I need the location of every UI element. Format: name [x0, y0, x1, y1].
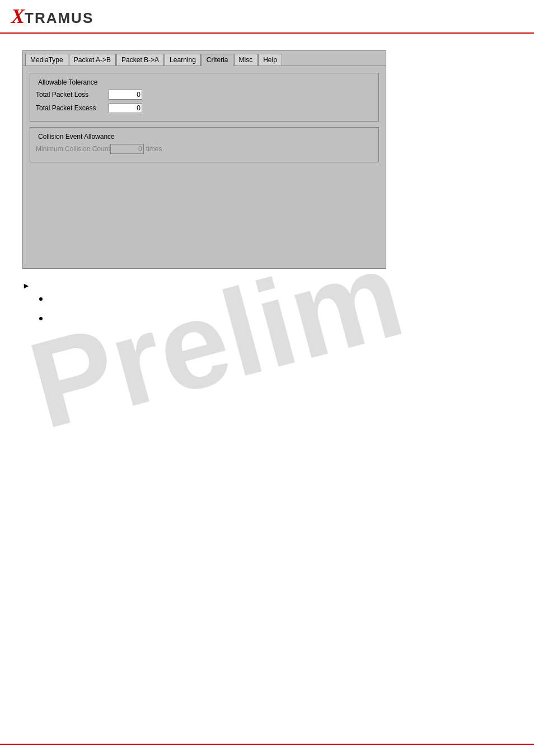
panel-content: Allowable Tolerance Total Packet Loss To…	[23, 66, 386, 175]
tab-learning[interactable]: Learning	[165, 54, 201, 66]
header: X TRAMUS	[0, 0, 534, 34]
bullet-item-1	[39, 295, 512, 301]
bullet-points	[39, 295, 512, 320]
total-packet-excess-input[interactable]	[109, 103, 142, 113]
total-packet-excess-label: Total Packet Excess	[36, 104, 109, 112]
logo: X TRAMUS	[11, 4, 93, 28]
tab-help[interactable]: Help	[258, 54, 282, 66]
footer	[0, 744, 534, 745]
arrow-symbol: ►	[22, 281, 30, 290]
bullet-item-2	[39, 314, 512, 320]
note-arrow: ►	[22, 280, 512, 290]
tab-bar: MediaType Packet A->B Packet B->A Learni…	[23, 51, 386, 66]
allowable-tolerance-group: Allowable Tolerance Total Packet Loss To…	[30, 73, 379, 122]
collision-event-legend: Collision Event Allowance	[36, 133, 117, 141]
main-content: MediaType Packet A->B Packet B->A Learni…	[0, 34, 534, 351]
allowable-tolerance-legend: Allowable Tolerance	[36, 78, 100, 86]
total-packet-excess-row: Total Packet Excess	[36, 103, 373, 113]
tab-misc[interactable]: Misc	[234, 54, 258, 66]
total-packet-loss-input[interactable]	[109, 90, 142, 100]
tab-packet-btoa[interactable]: Packet B->A	[116, 54, 164, 66]
logo-tramus: TRAMUS	[25, 10, 93, 27]
tab-criteria[interactable]: Criteria	[202, 54, 233, 66]
minimum-collision-label: Minimum Collision Count	[36, 145, 110, 153]
minimum-collision-input	[110, 144, 144, 154]
bullet-dot-2	[39, 317, 43, 320]
tab-packet-atob[interactable]: Packet A->B	[69, 54, 116, 66]
total-packet-loss-row: Total Packet Loss	[36, 90, 373, 100]
tab-mediatype[interactable]: MediaType	[25, 54, 68, 66]
dialog-panel: MediaType Packet A->B Packet B->A Learni…	[22, 50, 386, 269]
logo-x: X	[11, 4, 25, 28]
total-packet-loss-label: Total Packet Loss	[36, 91, 109, 99]
minimum-collision-row: Minimum Collision Count times	[36, 144, 373, 154]
collision-unit: times	[146, 145, 162, 153]
notes-section: ►	[22, 280, 512, 320]
bullet-dot-1	[39, 297, 43, 301]
collision-event-group: Collision Event Allowance Minimum Collis…	[30, 127, 379, 162]
